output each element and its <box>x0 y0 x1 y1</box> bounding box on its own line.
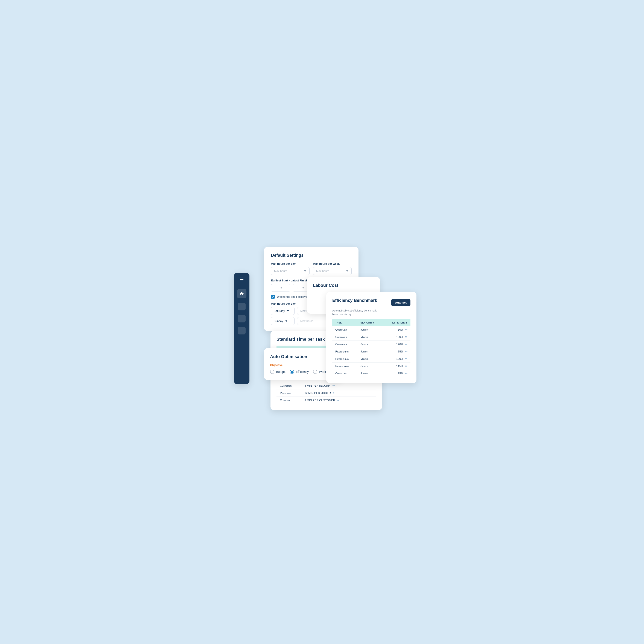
eff-value: 85% <box>398 372 403 375</box>
eff-value: 120% <box>396 343 403 346</box>
std-standard-cell: 3 MIN PER CUSTOMER ✏ <box>301 397 376 404</box>
eff-efficiency-cell: 80% ✏ <box>383 326 410 333</box>
edit-icon[interactable]: ✏ <box>405 357 407 360</box>
edit-icon[interactable]: ✏ <box>405 365 407 368</box>
chevron-down-icon: ▼ <box>304 270 306 273</box>
eff-task: Restocking <box>332 362 357 370</box>
eff-efficiency-cell: 115% ✏ <box>383 362 410 370</box>
radio-efficiency-label: Efficiency <box>296 370 309 374</box>
std-value: 4 MIN PER INQUIRY <box>304 384 331 387</box>
std-task: Packcing <box>276 389 301 397</box>
max-hours-week-placeholder: Max hours <box>316 269 329 273</box>
eff-task: Customer <box>332 340 357 348</box>
radio-circle-efficiency <box>290 370 294 374</box>
edit-icon[interactable]: ✏ <box>405 335 407 339</box>
scene: ☰ Default Settings Max hours per day Max… <box>234 234 410 410</box>
eff-value: 100% <box>396 335 403 339</box>
std-standard-cell: 4 MIN PER INQUIRY ✏ <box>301 382 376 389</box>
latest-placeholder: --:-- <box>296 286 300 289</box>
eff-efficiency-cell: 120% ✏ <box>383 340 410 348</box>
sidebar-item-4[interactable] <box>238 327 246 334</box>
eff-task: Customer <box>332 333 357 340</box>
checkmark-icon <box>272 295 274 298</box>
eff-seniority: Junior <box>357 370 383 377</box>
efficiency-table-row: Customer Senior 120% ✏ <box>332 340 410 348</box>
std-standard-cell: 12 MIN PER ORDER ✏ <box>301 389 376 397</box>
eff-efficiency-cell: 85% ✏ <box>383 370 410 377</box>
max-hours-week-select[interactable]: Max hours ▼ <box>313 267 352 275</box>
menu-icon[interactable]: ☰ <box>240 277 244 283</box>
max-hours-day-select[interactable]: Max hours ▼ <box>271 267 310 275</box>
objective-radio-group: Budget Efficiency Workforce <box>270 370 335 374</box>
labour-cost-title: Labour Cost <box>313 283 374 288</box>
max-hours-week-group: Max hours per week Max hours ▼ <box>313 262 352 275</box>
col-efficiency: EFFICIENCY <box>383 319 410 326</box>
max-hours-day-placeholder: Max hours <box>274 269 287 273</box>
earliest-placeholder: --:-- <box>274 286 278 289</box>
eff-efficiency-cell: 75% ✏ <box>383 348 410 355</box>
radio-circle-budget <box>270 370 274 374</box>
radio-budget[interactable]: Budget <box>270 370 286 374</box>
std-edit-icon[interactable]: ✏ <box>333 384 335 387</box>
eff-seniority: Junior <box>357 326 383 333</box>
home-icon <box>239 291 244 296</box>
edit-icon[interactable]: ✏ <box>405 343 407 346</box>
eff-task: Customer <box>332 326 357 333</box>
std-edit-icon[interactable]: ✏ <box>337 399 339 402</box>
sidebar: ☰ <box>234 273 249 384</box>
max-hours-week-label: Max hours per week <box>313 262 352 265</box>
radio-circle-workforce <box>313 370 317 374</box>
chevron-down-icon-4: ▼ <box>302 286 305 289</box>
standard-time-row: Customer 4 MIN PER INQUIRY ✏ <box>276 382 376 389</box>
efficiency-table-row: Customer Junior 80% ✏ <box>332 326 410 333</box>
std-value: 3 MIN PER CUSTOMER <box>304 399 335 402</box>
std-task: Customer <box>276 382 301 389</box>
standard-time-row: Counter 3 MIN PER CUSTOMER ✏ <box>276 397 376 404</box>
eff-task: Checkout <box>332 370 357 377</box>
efficiency-table-row: Restocking Junior 75% ✏ <box>332 348 410 355</box>
earliest-start-select[interactable]: --:-- ▼ <box>271 284 290 292</box>
weekends-checkbox[interactable] <box>271 295 275 299</box>
edit-icon[interactable]: ✏ <box>405 372 407 375</box>
eff-value: 80% <box>398 328 403 331</box>
auto-desc: Automatically set efficiency benchmark b… <box>332 309 380 316</box>
col-task: TASK <box>332 319 357 326</box>
saturday-select[interactable]: Saturday ▼ <box>271 307 295 315</box>
std-value: 12 MIN PER ORDER <box>304 391 331 395</box>
eff-value: 75% <box>398 350 403 353</box>
auto-set-button[interactable]: Auto Set <box>391 299 410 306</box>
eff-efficiency-cell: 100% ✏ <box>383 355 410 362</box>
chevron-down-icon-5: ▼ <box>287 309 289 313</box>
max-hours-day-group: Max hours per day Max hours ▼ <box>271 262 310 275</box>
eff-seniority: Senior <box>357 340 383 348</box>
efficiency-title: Efficiency Benchmark <box>332 298 377 303</box>
saturday-label: Saturday <box>274 309 285 313</box>
sunday-select[interactable]: Sunday ▼ <box>271 317 295 325</box>
eff-value: 115% <box>396 365 403 368</box>
sidebar-item-3[interactable] <box>238 315 246 322</box>
eff-efficiency-cell: 100% ✏ <box>383 333 410 340</box>
sunday-label: Sunday <box>274 319 283 323</box>
eff-seniority: Middle <box>357 355 383 362</box>
std-task: Counter <box>276 397 301 404</box>
std-edit-icon[interactable]: ✏ <box>333 391 335 395</box>
radio-efficiency[interactable]: Efficiency <box>290 370 309 374</box>
efficiency-table-row: Restocking Senior 115% ✏ <box>332 362 410 370</box>
chevron-down-icon-3: ▼ <box>280 286 283 289</box>
sidebar-item-2[interactable] <box>238 303 246 310</box>
eff-seniority: Middle <box>357 333 383 340</box>
col-seniority: SENIORITY <box>357 319 383 326</box>
chevron-down-icon-2: ▼ <box>346 270 348 273</box>
efficiency-table: TASK SENIORITY EFFICIENCY Customer Junio… <box>332 319 410 377</box>
sidebar-item-home[interactable] <box>237 289 246 298</box>
standard-time-row: Packcing 12 MIN PER ORDER ✏ <box>276 389 376 397</box>
weekends-label: Weekends and Holidays <box>277 295 307 298</box>
edit-icon[interactable]: ✏ <box>405 350 407 353</box>
efficiency-table-row: Customer Middle 100% ✏ <box>332 333 410 340</box>
radio-budget-label: Budget <box>276 370 286 374</box>
auto-opt-title: Auto Optimisation <box>270 354 335 359</box>
edit-icon[interactable]: ✏ <box>405 328 407 331</box>
chevron-down-icon-6: ▼ <box>285 319 288 323</box>
efficiency-table-row: Restocking Middle 100% ✏ <box>332 355 410 362</box>
eff-task: Restocking <box>332 348 357 355</box>
